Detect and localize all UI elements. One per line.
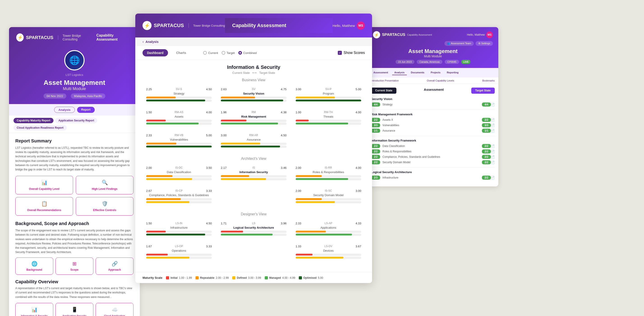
assurance-doc-icon[interactable]: 📄: [491, 129, 495, 133]
capability-overview-text: A representation of the LST's current an…: [15, 286, 134, 299]
bg-card[interactable]: 🌐 Background: [15, 257, 53, 275]
left-date-badge: 04 Nov 2022: [44, 93, 66, 99]
security-domain-ts-score: 2/2: [482, 160, 491, 164]
assessment-team-btn[interactable]: 👥 Assessment Team: [444, 41, 474, 46]
divider-3: [371, 167, 495, 168]
center-divider: [188, 23, 189, 28]
compliance-name: Compliance, Policies, Standards and Guid…: [382, 155, 480, 158]
approach-card[interactable]: 🔗 Approach: [96, 257, 134, 275]
left-panel-subtitle: Multi Module: [16, 87, 132, 91]
right-nav-reporting[interactable]: Reporting: [444, 70, 461, 75]
scope-label: Scope: [70, 268, 78, 271]
group-info-security: Information Security Framework 2/2 Data …: [371, 139, 495, 164]
back-arrow-icon[interactable]: ‹: [142, 40, 144, 44]
tower-bridge-left: Tower Bridge Consulting: [63, 34, 94, 41]
right-panel: ⚡ SPARTACUS Capability Assessment Hello,…: [368, 27, 498, 186]
info-security-dash-btn[interactable]: 📊 Information & Security Dashboard: [15, 303, 53, 316]
maturity-optimised-dot: [299, 276, 302, 279]
right-nav: Assessment Analysis Documents Projects R…: [368, 68, 498, 77]
tab-capability-maturity[interactable]: Capability Maturity Report: [14, 118, 54, 123]
right-panel-subtitle: Multi Module: [373, 54, 493, 58]
divider-1: [371, 110, 495, 110]
designers-view-title: Designer's View: [142, 212, 365, 216]
assessment-header: Assessment: [424, 88, 444, 91]
app-security-dash-btn[interactable]: 📱 Application Security Dashboard: [56, 303, 93, 316]
maturity-initial-label: Initial: [170, 276, 178, 279]
compliance-ts-score: 2/2: [482, 155, 491, 159]
right-nav-analysis[interactable]: Analysis: [392, 70, 407, 75]
tab-app-security[interactable]: Application Security Report: [55, 118, 97, 123]
infra-cs-score: 2/3: [371, 176, 380, 180]
business-view-section: Business View 2.25SV-S4.50 Strategy 2.63…: [142, 78, 365, 151]
right-header: ⚡ SPARTACUS Capability Assessment Hello,…: [368, 27, 498, 68]
data-class-name: Data Classification: [382, 144, 480, 148]
scope-icon: ⊞: [72, 261, 76, 267]
maturity-managed-dot: [265, 276, 268, 279]
state-arrow: ⟷: [252, 71, 256, 75]
right-nav-assessment[interactable]: Assessment: [371, 70, 390, 75]
recommendations-icon: 📋: [41, 201, 47, 207]
recommendations-label: Overall Recommendations: [27, 209, 61, 212]
controls-icon: 🛡️: [102, 201, 108, 207]
risk-management-group-title: Risk Management Framework: [371, 113, 495, 116]
metric-sv-s: 2.25SV-S4.50 Strategy: [142, 85, 215, 105]
tab-charts[interactable]: Charts: [172, 49, 190, 57]
radio-current[interactable]: Current: [203, 51, 218, 55]
analysis-link[interactable]: Analysis: [146, 40, 158, 44]
cloud-dash-btn[interactable]: ☁️ Cloud Application Readiness Dashboard: [96, 303, 134, 316]
bookmarks-link[interactable]: Bookmarks: [482, 79, 495, 82]
assets-cs-score: 2/2: [371, 118, 380, 122]
architects-view-section: Architect's View 2.00IS-DC3.50 Data Clas…: [142, 157, 365, 207]
security-domain-doc-icon[interactable]: 📄: [491, 160, 495, 164]
quick-links-grid: 📊 Overall Capability Level 🔍 High Level …: [15, 176, 134, 216]
target-state-label: Target State: [259, 71, 275, 75]
tab-dashboard[interactable]: Dashboard: [142, 49, 168, 57]
assets-name: Assets X: [382, 118, 480, 121]
quick-link-recommendations[interactable]: 📋 Overall Recommendations: [15, 197, 73, 216]
overall-capability-link[interactable]: Overall Capability Levels: [427, 79, 454, 82]
assurance-cs-score: 1/1: [371, 129, 380, 133]
quick-link-findings[interactable]: 🔍 High Level Findings: [76, 176, 134, 194]
vulns-cs-score: 3/3: [371, 123, 380, 127]
show-scores-checkbox[interactable]: ✓: [338, 51, 342, 55]
maturity-initial-dot: [166, 276, 169, 279]
strategy-doc-icon[interactable]: 📄: [491, 103, 495, 106]
assess-item-security-domain: 2/2 Security Domain Model 2/2 📄: [371, 160, 495, 164]
infra-doc-icon[interactable]: 📄: [491, 176, 495, 179]
roles-doc-icon[interactable]: 📄: [491, 150, 495, 153]
quick-link-controls[interactable]: 🛡️ Effective Controls: [76, 197, 134, 216]
scope-card[interactable]: ⊞ Scope: [56, 257, 93, 275]
quick-link-capability[interactable]: 📊 Overall Capability Level: [15, 176, 73, 194]
spartacus-logo-left: ⚡: [16, 34, 24, 42]
center-logo-section: ⚡ SPARTACUS Tower Bridge Consulting: [142, 21, 225, 30]
info-security-dash-label: Information & Security Dashboard: [17, 314, 51, 316]
vulns-name: Vulnerabilities: [382, 124, 480, 127]
analysis-bar: ‹ Analysis: [135, 38, 372, 46]
assets-doc-icon[interactable]: 📄: [491, 118, 495, 122]
radio-combined-label: Combined: [243, 51, 256, 55]
tab-cloud-readiness[interactable]: Cloud Application Readiness Report: [14, 125, 67, 130]
intro-presentation-link[interactable]: Introduction Presentation: [371, 79, 399, 82]
show-scores-label: Show Scores: [344, 51, 365, 55]
right-date-badge: 23 Jun 2023: [396, 60, 415, 64]
metric-rm-vb: 2.33RM-VB5.00 Vulnerabilities: [142, 131, 215, 151]
roles-cs-score: 2/2: [371, 149, 380, 153]
business-metrics-grid: 2.25SV-S4.50 Strategy 2.63SV4.75 Securit…: [142, 85, 365, 151]
metric-rm-ar: 3.00RM-AR4.50 Assurance: [217, 131, 290, 151]
metric-rm-th: 1.00RM-TH4.00 Threats: [292, 108, 365, 128]
vulns-doc-icon[interactable]: 📄: [491, 123, 495, 127]
radio-target[interactable]: Target: [222, 51, 235, 55]
nav-analysis-left[interactable]: Analysis: [54, 107, 75, 113]
metric-sv: 2.63SV4.75 Security Vision: [217, 85, 290, 105]
maturity-scale-bar: Maturity Scale Initial 1.00 - 1.99 Repea…: [135, 272, 372, 283]
right-nav-projects[interactable]: Projects: [428, 70, 443, 75]
settings-btn[interactable]: ⚙ Settings: [476, 41, 493, 46]
radio-current-circle: [203, 51, 207, 55]
center-panel: ⚡ SPARTACUS Tower Bridge Consulting Capa…: [135, 14, 372, 283]
right-nav-documents[interactable]: Documents: [408, 70, 427, 75]
compliance-doc-icon[interactable]: 📄: [491, 155, 495, 159]
logical-security-group-title: Logical Security Architecture: [371, 170, 495, 174]
data-class-doc-icon[interactable]: 📄: [491, 144, 495, 148]
radio-combined[interactable]: Combined: [238, 51, 256, 55]
nav-report-left[interactable]: Report: [77, 107, 95, 113]
